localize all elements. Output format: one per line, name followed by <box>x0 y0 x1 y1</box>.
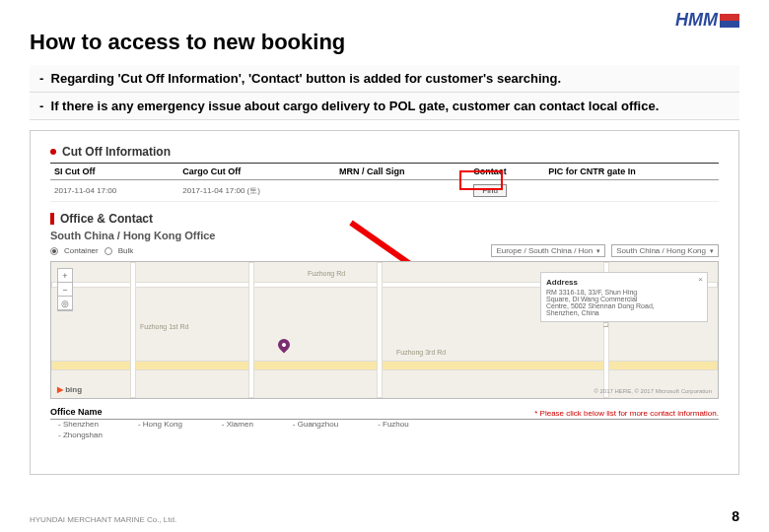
cell-cargo: 2017-11-04 17:00 (토) <box>178 180 335 202</box>
cell-pic <box>544 180 719 202</box>
bullet-dot-icon <box>50 149 56 155</box>
radio-container[interactable] <box>50 247 58 255</box>
map[interactable]: Fuzhong Rd Fuzhong 1st Rd Fuzhong 3rd Rd… <box>50 261 719 399</box>
address-title: Address <box>546 278 702 287</box>
col-si: SI Cut Off <box>50 164 178 180</box>
office-link[interactable]: - Xiamen <box>222 420 253 429</box>
office-subtitle: South China / Hong Kong Office <box>50 230 719 241</box>
page-number: 8 <box>732 508 739 524</box>
map-pin-icon[interactable] <box>276 337 293 354</box>
bullet-item: - If there is any emergency issue about … <box>30 93 739 120</box>
address-card: × Address RM 3316-18, 33/F, Shun Hing Sq… <box>540 272 708 322</box>
office-list-note: * Please click below list for more conta… <box>50 409 719 418</box>
cutoff-table: SI Cut Off Cargo Cut Off MRN / Call Sign… <box>50 163 719 202</box>
map-zoom-control[interactable]: + − ◎ <box>57 268 73 311</box>
office-link[interactable]: - Zhongshan <box>58 431 103 439</box>
zoom-out-icon[interactable]: − <box>58 283 72 297</box>
address-line: Square, Di Wang Commercial <box>546 296 702 302</box>
col-pic: PIC for CNTR gate In <box>544 164 719 180</box>
logo-flag-icon <box>720 14 739 28</box>
office-link[interactable]: - Hong Kong <box>138 420 182 429</box>
bullet-bar-icon <box>50 213 54 225</box>
address-line: RM 3316-18, 33/F, Shun Hing <box>546 289 702 296</box>
table-row: 2017-11-04 17:00 2017-11-04 17:00 (토) Fi… <box>50 180 719 202</box>
office-link[interactable]: - Shenzhen <box>58 420 99 429</box>
hmm-logo: HMM <box>675 10 739 31</box>
cutoff-heading: Cut Off Information <box>50 145 719 159</box>
address-line: Shenzhen, China <box>546 309 702 316</box>
radio-bulk[interactable] <box>105 247 112 255</box>
arrow-annotation <box>351 220 450 226</box>
office-row: - Shenzhen - Hong Kong - Xiamen - Guangz… <box>50 418 719 429</box>
office-select[interactable]: South China / Hong Kong <box>611 244 719 257</box>
road-label: Fuzhong 1st Rd <box>140 323 188 330</box>
footer-company: HYUNDAI MERCHANT MARINE Co., Ltd. <box>30 515 176 524</box>
embedded-screenshot: Cut Off Information SI Cut Off Cargo Cut… <box>30 130 739 475</box>
location-select[interactable]: Europe / South China / Hon <box>491 244 605 257</box>
cell-mrn <box>335 180 469 202</box>
office-link[interactable]: - Guangzhou <box>293 420 338 429</box>
map-copyright: © 2017 HERE, © 2017 Microsoft Corporatio… <box>594 388 712 394</box>
highlight-box <box>459 170 503 190</box>
address-line: Centre, 5002 Shennan Dong Road, <box>546 302 702 309</box>
office-row: - Zhongshan <box>50 429 719 439</box>
office-list: Office Name * Please click below list fo… <box>50 405 719 439</box>
office-link[interactable]: - Fuzhou <box>378 420 409 429</box>
bing-logo: ▶ bing <box>57 385 82 394</box>
zoom-in-icon[interactable]: + <box>58 269 72 283</box>
col-mrn: MRN / Call Sign <box>335 164 469 180</box>
bullet-list: - Regarding 'Cut Off Information', 'Cont… <box>30 65 739 120</box>
road-label: Fuzhong 3rd Rd <box>396 349 446 356</box>
close-icon[interactable]: × <box>698 275 703 284</box>
bullet-item: - Regarding 'Cut Off Information', 'Cont… <box>30 65 739 93</box>
col-cargo: Cargo Cut Off <box>178 164 335 180</box>
road-label: Fuzhong Rd <box>308 270 345 277</box>
cell-si: 2017-11-04 17:00 <box>50 180 178 202</box>
locate-icon[interactable]: ◎ <box>58 297 72 310</box>
page-title: How to access to new booking <box>0 0 769 65</box>
